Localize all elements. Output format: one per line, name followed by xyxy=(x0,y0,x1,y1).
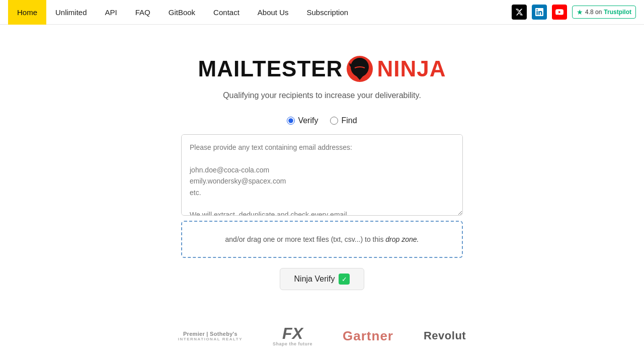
logo-text-left: MAILTESTER xyxy=(198,56,343,81)
linkedin-icon[interactable] xyxy=(532,5,547,20)
brand-gartner: Gartner xyxy=(343,328,393,344)
main-content: MAILTESTER NINJA Qualifying your recipie… xyxy=(0,25,644,356)
brand-revolut: Revolut xyxy=(424,329,466,342)
twitter-icon[interactable] xyxy=(512,5,527,20)
nav-faq[interactable]: FAQ xyxy=(126,0,159,25)
trustpilot-rating: 4.8 on xyxy=(585,9,602,16)
navigation: Home Unlimited API FAQ GitBook Contact A… xyxy=(0,0,644,25)
radio-verify-label[interactable]: Verify xyxy=(287,116,318,125)
youtube-icon[interactable] xyxy=(552,5,567,20)
brand-fx: FX Shape the future xyxy=(273,325,312,346)
nav-items: Home Unlimited API FAQ GitBook Contact A… xyxy=(8,0,512,25)
brand-sothebys: Premier | Sotheby's INTERNATIONAL REALTY xyxy=(178,331,243,341)
verify-button[interactable]: Ninja Verify ✓ xyxy=(280,268,365,290)
radio-find-label[interactable]: Find xyxy=(330,116,357,125)
radio-find-text: Find xyxy=(341,116,357,125)
nav-subscription[interactable]: Subscription xyxy=(298,0,358,25)
brand-logos: Premier | Sotheby's INTERNATIONAL REALTY… xyxy=(178,325,466,356)
nav-gitbook[interactable]: GitBook xyxy=(159,0,204,25)
trustpilot-badge[interactable]: ★ 4.8 on Trustpilot xyxy=(572,6,636,19)
tagline: Qualifying your recipients to increase y… xyxy=(223,91,421,100)
logo-area: MAILTESTER NINJA xyxy=(198,55,446,83)
drop-zone-em: drop zone. xyxy=(385,235,419,243)
drop-zone-text: and/or drag one or more text files (txt,… xyxy=(225,235,419,243)
trustpilot-name: Trustpilot xyxy=(604,9,631,16)
nav-social: ★ 4.8 on Trustpilot xyxy=(512,5,636,20)
nav-api[interactable]: API xyxy=(96,0,126,25)
radio-verify[interactable] xyxy=(287,117,295,125)
radio-verify-text: Verify xyxy=(298,116,318,125)
email-textarea[interactable] xyxy=(181,134,463,216)
ninja-icon xyxy=(346,55,374,83)
verify-checkmark-icon: ✓ xyxy=(339,274,350,285)
nav-home[interactable]: Home xyxy=(8,0,46,25)
nav-unlimited[interactable]: Unlimited xyxy=(46,0,96,25)
radio-find[interactable] xyxy=(330,117,338,125)
nav-about[interactable]: About Us xyxy=(249,0,298,25)
verify-btn-label: Ninja Verify xyxy=(294,275,335,284)
drop-zone-prefix: and/or drag one or more text files (txt,… xyxy=(225,235,386,243)
nav-contact[interactable]: Contact xyxy=(204,0,249,25)
drop-zone[interactable]: and/or drag one or more text files (txt,… xyxy=(181,221,463,258)
logo-text-right: NINJA xyxy=(377,56,446,81)
radio-group: Verify Find xyxy=(287,116,357,125)
trustpilot-star: ★ xyxy=(577,8,583,16)
